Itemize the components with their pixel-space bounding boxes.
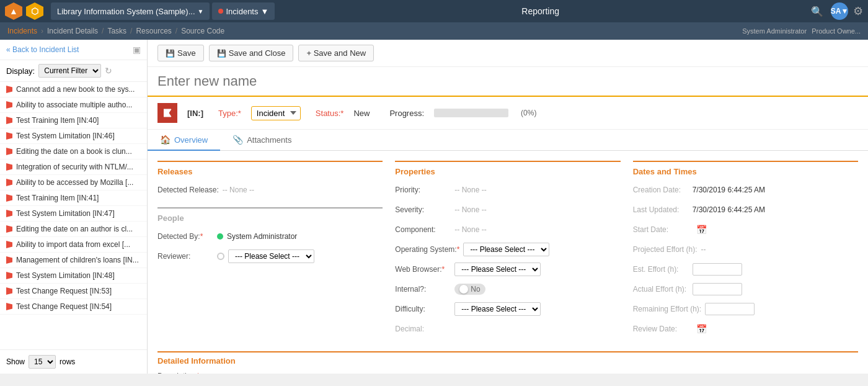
last-updated-label: Last Updated: — [633, 205, 689, 214]
flag-icon — [6, 163, 12, 171]
incidents-nav[interactable]: Incidents ▼ — [212, 2, 275, 20]
flag-icon — [6, 179, 12, 186]
difficulty-select[interactable]: --- Please Select --- — [454, 302, 541, 316]
list-item-text: Ability to import data from excel [... — [16, 240, 130, 249]
list-item-text: Test Change Request [IN:53] — [16, 287, 112, 295]
detected-by-row: Detected By:* System Administrator — [157, 229, 383, 244]
sidebar-list-item[interactable]: Cannot add a new book to the sys... — [0, 82, 147, 97]
list-item-text: Cannot add a new book to the sys... — [16, 85, 135, 94]
back-to-list-link[interactable]: « Back to Incident List — [6, 45, 79, 54]
actual-effort-input[interactable] — [693, 283, 742, 295]
breadcrumb-incidents[interactable]: Incidents — [7, 27, 37, 35]
detected-release-label: Detected Release: — [157, 186, 219, 194]
reviewer-radio[interactable] — [217, 253, 224, 260]
attachments-icon: 📎 — [232, 135, 243, 145]
save-button[interactable]: 💾 Save — [157, 45, 204, 61]
flag-icon — [6, 303, 12, 310]
progress-pct: (0%) — [521, 109, 536, 117]
sidebar-list-item[interactable]: Test System Limitation [IN:46] — [0, 128, 147, 144]
breadcrumb-source-code[interactable]: Source Code — [181, 27, 224, 35]
gear-icon[interactable]: ⚙ — [853, 4, 863, 18]
app-name-dropdown[interactable]: Library Information System (Sample)... ▼ — [51, 2, 210, 20]
tab-attachments[interactable]: 📎 Attachments — [220, 130, 304, 151]
save-icon: 💾 — [166, 49, 175, 58]
list-item-text: Integration of security with NTLM/... — [16, 163, 133, 171]
save-close-button[interactable]: 💾 Save and Close — [209, 45, 294, 61]
description-label: Description:* — [157, 372, 858, 374]
rows-label: rows — [60, 357, 75, 366]
creation-date-row: Creation Date: 7/30/2019 6:44:25 AM — [633, 182, 858, 197]
incidents-label: Incidents — [226, 7, 258, 16]
save-new-label: + Save and New — [306, 48, 366, 58]
est-effort-input[interactable] — [693, 263, 742, 276]
refresh-icon[interactable]: ↻ — [105, 66, 112, 76]
sidebar-list-item[interactable]: Test Training Item [IN:40] — [0, 113, 147, 128]
tab-overview[interactable]: 🏠 Overview — [148, 130, 220, 151]
breadcrumb-tasks[interactable]: Tasks — [107, 27, 126, 35]
os-label: Operating System:* — [395, 245, 459, 254]
list-item-text: Test System Limitation [IN:46] — [16, 132, 115, 140]
flag-icon — [6, 101, 12, 109]
search-icon[interactable]: 🔍 — [806, 3, 828, 20]
os-select[interactable]: --- Please Select --- — [463, 243, 549, 256]
detected-by-value: System Administrator — [227, 232, 297, 241]
list-item-text: Test System Limitation [IN:47] — [16, 209, 115, 218]
internal-row: Internal?: No — [395, 282, 620, 297]
save-close-label: Save and Close — [229, 48, 286, 58]
sidebar-filter-bar: Display: Current Filter ↻ — [0, 60, 147, 82]
sidebar-list-item[interactable]: Test Change Request [IN:53] — [0, 284, 147, 299]
priority-label: Priority: — [395, 186, 451, 194]
flag-icon — [6, 287, 12, 295]
tab-attachments-label: Attachments — [247, 135, 291, 145]
sidebar-list-item[interactable]: Ability to import data from excel [... — [0, 237, 147, 253]
progress-label: Progress: — [389, 109, 424, 118]
logo-hex2: ⬡ — [26, 2, 43, 20]
list-item-text: Test Training Item [IN:41] — [16, 194, 99, 202]
sidebar-list-item[interactable]: Test System Limitation [IN:48] — [0, 268, 147, 284]
display-label: Display: — [6, 66, 35, 76]
sidebar-list-item[interactable]: Integration of security with NTLM/... — [0, 159, 147, 175]
user-avatar[interactable]: SA ▼ — [831, 2, 848, 20]
releases-section: Releases Detected Release: -- None -- — [157, 161, 383, 197]
title-input[interactable] — [148, 67, 868, 97]
sidebar-list-item[interactable]: Ability to associate multiple autho... — [0, 97, 147, 113]
start-date-label: Start Date: — [633, 225, 689, 234]
remaining-effort-input[interactable] — [705, 303, 755, 315]
list-item-text: Test System Limitation [IN:48] — [16, 271, 115, 280]
detailed-section: Detailed Information Description:* — [157, 351, 858, 374]
sidebar-list-item[interactable]: Test System Limitation [IN:47] — [0, 206, 147, 222]
sidebar-list-item[interactable]: Management of children's loans [IN... — [0, 253, 147, 268]
actual-effort-row: Actual Effort (h): — [633, 282, 858, 297]
sidebar: « Back to Incident List ▣ Display: Curre… — [0, 40, 148, 374]
breadcrumb-resources[interactable]: Resources — [136, 27, 171, 35]
type-select[interactable]: Incident — [251, 106, 301, 120]
save-new-button[interactable]: + Save and New — [298, 45, 374, 61]
est-effort-row: Est. Effort (h): — [633, 262, 858, 277]
column-1: Releases Detected Release: -- None -- Pe… — [157, 161, 383, 341]
sidebar-list-item[interactable]: Test Change Request [IN:54] — [0, 299, 147, 315]
start-date-row: Start Date: 📅 — [633, 222, 858, 237]
sidebar-list-item[interactable]: Ability to be accessed by Mozilla [... — [0, 175, 147, 191]
sidebar-footer: Show 15 rows — [0, 349, 147, 374]
start-date-calendar-icon[interactable]: 📅 — [696, 225, 707, 235]
filter-select[interactable]: Current Filter — [38, 64, 101, 78]
list-item-text: Management of children's loans [IN... — [16, 256, 139, 264]
breadcrumb-incident-details[interactable]: Incident Details — [47, 27, 98, 35]
sidebar-list-item[interactable]: Editing the date on a book is clun... — [0, 144, 147, 159]
flag-icon — [6, 225, 12, 233]
sidebar-list-item[interactable]: Editing the date on an author is cl... — [0, 222, 147, 237]
overview-icon: 🏠 — [160, 135, 170, 145]
component-value: -- None -- — [454, 225, 486, 234]
browser-select[interactable]: --- Please Select --- — [454, 263, 541, 276]
user-status-dot — [217, 233, 223, 240]
admin-user-label: System Administrator — [742, 27, 807, 35]
remaining-effort-label: Remaining Effort (h): — [633, 305, 702, 313]
sidebar-list-item[interactable]: Test Training Item [IN:41] — [0, 191, 147, 206]
review-date-calendar-icon[interactable]: 📅 — [696, 324, 707, 334]
internal-toggle[interactable]: No — [454, 284, 485, 295]
internal-value: No — [471, 285, 480, 294]
sidebar-collapse-icon[interactable]: ▣ — [133, 45, 141, 55]
properties-title: Properties — [395, 167, 620, 176]
rows-per-page-select[interactable]: 15 — [29, 355, 56, 369]
reviewer-select[interactable]: --- Please Select --- — [228, 249, 314, 263]
